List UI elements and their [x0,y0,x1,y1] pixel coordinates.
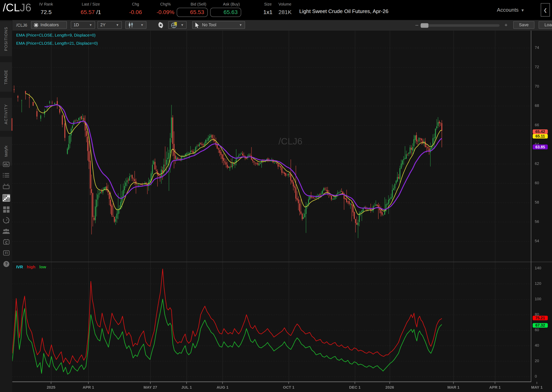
zoom-in-button[interactable]: + [505,22,508,28]
sidebar-tab-label: ACTIVITY [4,104,8,124]
chevron-down-icon: ▼ [89,23,92,27]
chg-pct-label: Chg% [151,2,180,7]
symbol-logo-main: /CL [3,1,20,14]
compare-grid-icon [171,22,177,28]
last-price-label: 65.42 [533,129,548,134]
chevron-down-icon: ▼ [116,23,119,27]
ivr-legend-name: IVR [16,265,23,269]
sidebar-tab-label: tastyfx [4,146,8,157]
ema9-legend[interactable]: EMA (Price=CLOSE, Length=9, Displace=0) [16,33,95,37]
ema9-price-label: 65.11 [533,134,548,139]
candlestick-icon [128,22,134,28]
chevron-down-icon: ▼ [239,23,242,27]
last-size-field: Last / Size 65.57 /1 [72,2,110,17]
ivr-legend[interactable]: IVR high low [16,265,46,269]
cursor-icon [195,22,199,28]
accounts-label: Accounts [497,7,519,13]
list-icon[interactable] [2,171,10,179]
ask-field: Ask (Buy) 65.63 [210,2,241,17]
symbol-logo: /CLJ6 [3,1,31,14]
load-button[interactable]: Load [538,21,552,29]
ema21-legend[interactable]: EMA (Price=CLOSE, Length=21, Displace=0) [16,41,98,45]
ivr-legend-high: high [27,265,36,269]
tool-label: No Tool [202,22,216,28]
save-button[interactable]: Save [513,21,534,29]
tv-icon[interactable] [2,182,10,190]
help-icon[interactable]: ? [2,260,10,267]
sidebar-tab-positions[interactable]: POSITIONS [0,21,12,56]
sidebar-tab-label: POSITIONS [4,27,8,51]
size-field: Size 1x1 [256,2,280,17]
last-size-label: Last / Size [72,2,110,7]
zoom-slider-thumb[interactable] [421,23,428,28]
tool-dropdown[interactable]: No Tool ▼ [192,21,245,29]
followers-icon[interactable] [2,227,10,235]
ask-label: Ask (Buy) [210,2,241,7]
chart-area: EMA (Price=CLOSE, Length=9, Displace=0) … [12,31,552,392]
grid-icon[interactable] [2,206,10,213]
zoom-slider[interactable] [420,24,500,27]
svg-text:FI: FI [5,251,7,255]
accounts-dropdown[interactable]: Accounts▼ [497,7,524,13]
indicators-label: Indicators [41,22,59,28]
indicators-icon [34,23,38,27]
ema21-price-label: 63.85 [533,144,548,149]
size-value: 1x1 [256,8,280,17]
chevron-down-icon: ▼ [140,23,144,27]
volume-label: Volume [278,2,296,7]
ivr-high-price-label: 75.21 [533,316,548,320]
last-value: 65.57 [81,9,95,15]
instrument-description: Light Sweet Crude Oil Futures, Apr-26 [299,8,388,14]
chg-field: Chg -0.06 [123,2,148,17]
timeframe-dropdown[interactable]: 1D▼ [71,21,95,29]
journal-icon[interactable] [2,161,10,168]
iv-rank-label: IV Rank [33,2,59,7]
history-icon[interactable] [2,217,10,224]
chg-pct-value: -0.09% [151,8,180,17]
chart-toolbar: /CLJ6 Indicators 1D▼ 2Y▼ ▼ ▼ [12,20,552,31]
collapse-panel-button[interactable]: ❮ [541,3,550,17]
size-label: Size [256,2,280,7]
bid-label: Bid (Sell) [177,2,208,7]
volume-value: 281K [278,8,296,17]
ivr-legend-low: low [39,265,46,269]
chevron-down-icon: ▼ [521,8,524,12]
chart-settings-button[interactable] [158,22,164,29]
chg-label: Chg [123,2,148,7]
quote-header: /CLJ6 IV Rank 72.5 Last / Size 65.57 /1 … [0,0,552,20]
fi-icon[interactable]: FI [2,249,10,257]
range-value: 2Y [100,22,105,28]
ivr-low-price-label: 67.32 [533,323,548,328]
last-size-suffix: /1 [95,9,101,15]
sidebar-tab-trade[interactable]: TRADE [0,62,12,92]
sidebar-tab-activity[interactable]: ACTIVITY [0,98,12,131]
iv-rank-value: 72.5 [33,8,59,17]
range-dropdown[interactable]: 2Y▼ [98,21,122,29]
symbol-logo-sub: J6 [20,1,31,14]
layout-dropdown[interactable]: ▼ [168,21,187,29]
price-chart-canvas[interactable] [12,31,552,392]
volume-field: Volume 281K [278,2,296,17]
trading-platform-window: /CLJ6 IV Rank 72.5 Last / Size 65.57 /1 … [0,0,552,392]
sidebar-tab-label: TRADE [4,70,8,84]
ask-button[interactable]: 65.63 [210,8,241,17]
svg-text:?: ? [5,262,7,266]
chevron-down-icon: ▼ [181,23,184,27]
left-sidebar: POSITIONS TRADE ACTIVITY tastyfx FI [0,20,13,392]
timeframe-value: 1D [74,22,79,28]
bid-field: Bid (Sell) 65.53 [177,2,208,17]
bid-button[interactable]: 65.53 [177,8,208,17]
zoom-out-button[interactable]: – [415,22,418,28]
indicators-button[interactable]: Indicators [31,21,67,29]
calendar-back-icon[interactable] [2,238,10,245]
chart-type-dropdown[interactable]: ▼ [125,21,146,29]
last-size-value: 65.57 /1 [72,8,110,17]
chg-pct-field: Chg% -0.09% [151,2,180,17]
chart-watermark: /CLJ6 [255,136,326,147]
chart-icon[interactable] [2,194,10,202]
chevron-left-icon: ❮ [543,7,547,13]
iv-rank-field: IV Rank 72.5 [33,2,59,17]
toolbar-symbol: /CLJ6 [16,23,27,28]
chg-value: -0.06 [123,8,148,17]
